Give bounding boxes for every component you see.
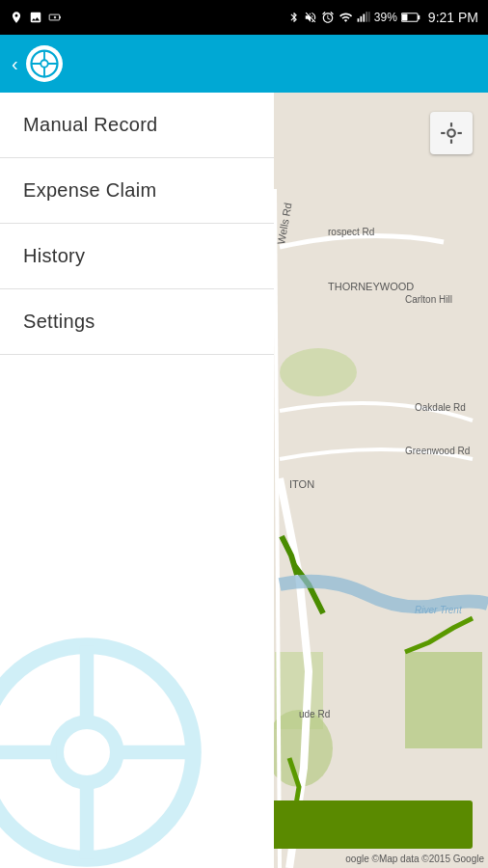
svg-rect-9 [418,15,420,19]
sidebar-drawer: Manual Record Expense Claim History Sett… [0,93,274,868]
battery-percent: 39% [374,11,397,24]
sidebar-menu: Manual Record Expense Claim History Sett… [0,93,274,868]
menu-item-manual-record[interactable]: Manual Record [0,93,274,158]
svg-rect-8 [402,14,408,20]
battery-icon [401,12,420,23]
location-icon [10,11,23,24]
svg-rect-18 [405,652,482,748]
main-content: Wells Rd rospect Rd THORNEYWOOD Carlton … [0,93,488,868]
svg-text:ITON: ITON [289,478,314,490]
image-icon [29,11,42,24]
svg-rect-3 [360,16,362,22]
muted-icon [304,11,317,24]
app-header: ‹ [0,35,488,93]
svg-text:THORNEYWOOD: THORNEYWOOD [328,281,414,292]
status-icons-right: 39% 9:21 PM [288,10,478,25]
svg-point-11 [41,60,48,68]
menu-item-history[interactable]: History [0,224,274,289]
svg-text:ude Rd: ude Rd [299,709,330,719]
menu-item-settings[interactable]: Settings [0,289,274,355]
svg-point-31 [447,129,455,137]
status-icons-left [10,11,62,24]
map-attribution: oogle ©Map data ©2015 Google [345,854,484,864]
svg-rect-5 [366,12,367,22]
svg-rect-4 [363,14,365,22]
svg-rect-2 [357,18,359,22]
svg-point-17 [280,348,357,396]
svg-text:Oakdale Rd: Oakdale Rd [415,402,466,413]
battery-saver-icon [48,11,62,24]
bluetooth-icon [288,11,300,24]
signal-icon [357,11,370,24]
menu-item-expense-claim[interactable]: Expense Claim [0,158,274,224]
svg-text:Carlton Hill: Carlton Hill [405,294,452,305]
svg-text:River Trent: River Trent [415,605,463,615]
svg-text:rospect Rd: rospect Rd [328,227,374,237]
status-time: 9:21 PM [428,10,478,25]
svg-rect-1 [60,16,61,18]
status-bar: 39% 9:21 PM [0,0,488,35]
wifi-icon [339,11,353,24]
svg-rect-6 [368,12,369,22]
back-arrow[interactable]: ‹ [12,53,18,75]
header-logo [26,45,63,82]
alarm-icon [321,11,335,24]
location-button[interactable] [430,112,473,154]
svg-text:Greenwood Rd: Greenwood Rd [405,446,470,456]
